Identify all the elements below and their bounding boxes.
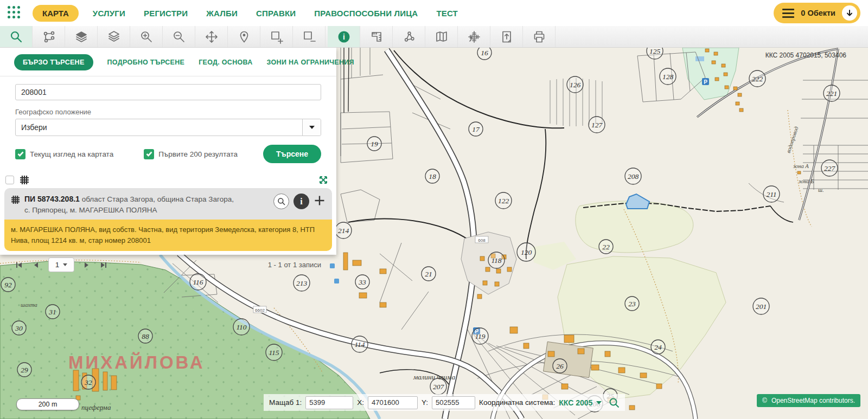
osm-attribution[interactable]: © OpenStreetMap contributors. <box>757 394 860 407</box>
pan-tool-button[interactable] <box>195 26 228 47</box>
search-query-input[interactable] <box>15 84 321 100</box>
parcel-number-213: 213 <box>296 279 308 287</box>
print-icon <box>532 30 546 44</box>
result-description: ПИ 58743.208.1 област Стара Загора, общи… <box>24 194 241 215</box>
app-root: P P 161251261282222211271719182082271222… <box>0 0 868 419</box>
overview-map-tool-button[interactable] <box>425 26 458 47</box>
parcel-number-125: 125 <box>649 48 661 55</box>
result-info-button[interactable]: i <box>293 194 309 209</box>
parcel-number-18: 18 <box>429 172 436 181</box>
menu-icon <box>782 9 794 18</box>
map-label: ш. <box>818 187 824 193</box>
parcel-number-29: 29 <box>21 366 28 374</box>
select-all-checkbox[interactable] <box>5 176 14 184</box>
parcel-number-126: 126 <box>570 81 581 89</box>
layers-filled-icon <box>74 30 88 44</box>
crs-dropdown-caret[interactable] <box>596 401 602 404</box>
first-200-checkbox[interactable] <box>144 149 154 159</box>
geo-select-dropdown-button[interactable] <box>302 119 321 136</box>
tab-detailed-search[interactable]: ПОДРОБНО ТЪРСЕНЕ <box>107 59 185 66</box>
map-label: зона А <box>793 163 809 169</box>
parcel-number-227: 227 <box>824 164 836 172</box>
y-coordinate-input[interactable] <box>432 396 475 409</box>
objects-badge[interactable]: 0 Обекти <box>774 3 860 23</box>
svg-text:i: i <box>343 33 345 41</box>
location-tool-button[interactable] <box>228 26 260 47</box>
export-tool-button[interactable] <box>490 26 523 47</box>
zoom-out-tool-button[interactable] <box>163 26 195 47</box>
add-extent-tool-button[interactable] <box>260 26 293 47</box>
geo-position-select[interactable]: Избери <box>15 119 321 136</box>
nav-item-zhalbi[interactable]: ЖАЛБИ <box>206 9 238 18</box>
expand-results-icon[interactable] <box>319 176 328 184</box>
parcel-number-92: 92 <box>4 281 12 289</box>
nav-item-registri[interactable]: РЕГИСТРИ <box>144 9 188 18</box>
parcel-number-208: 208 <box>628 172 639 181</box>
caret-down-icon <box>309 126 315 129</box>
geo-position-label: Географско положение <box>15 108 321 116</box>
measure-length-tool-button[interactable] <box>360 26 393 47</box>
prev-page-button[interactable] <box>33 261 39 269</box>
print-tool-button[interactable] <box>523 26 556 47</box>
first-page-button[interactable] <box>15 261 23 269</box>
map-icon <box>435 30 449 44</box>
search-icon <box>9 30 23 44</box>
parcel-number-32: 32 <box>84 378 92 386</box>
tab-geodetic-basis[interactable]: ГЕОД. ОСНОВА <box>199 59 252 66</box>
current-view-label: Текущ изглед на картата <box>30 150 113 158</box>
x-coordinate-input[interactable] <box>368 396 418 409</box>
layers-tool-button[interactable] <box>65 26 98 47</box>
coordinate-search-icon[interactable] <box>609 397 620 408</box>
search-tool-button[interactable] <box>0 26 33 47</box>
parcel-number-110: 110 <box>236 323 246 331</box>
map-label: МИХАЙЛОВА <box>68 352 205 372</box>
y-label: Y: <box>422 398 428 407</box>
current-view-checkbox[interactable] <box>15 149 25 159</box>
measure-area-icon <box>402 30 416 44</box>
road-number-text: 608 <box>478 238 486 243</box>
add-result-button[interactable] <box>314 195 326 209</box>
search-button[interactable]: Търсене <box>263 145 321 163</box>
parcel-number-26: 26 <box>556 362 564 370</box>
download-button[interactable] <box>842 5 857 21</box>
parcel-number-128: 128 <box>662 73 674 81</box>
coordinates-tool-button[interactable] <box>458 26 490 47</box>
map-label: шахта <box>21 302 37 308</box>
measure-length-icon <box>369 30 384 44</box>
status-bar: Мащаб 1: X: Y: Координатна система: ККС … <box>264 394 625 411</box>
first-200-label: Първите 200 резултата <box>158 150 238 158</box>
parcel-number-118: 118 <box>491 256 501 265</box>
nav-item-test[interactable]: ТЕСТ <box>436 9 458 18</box>
result-row[interactable]: ПИ 58743.208.1 област Стара Загора, общи… <box>4 188 332 220</box>
nav-item-pravosposobni-litsa[interactable]: ПРАВОСПОСОБНИ ЛИЦА <box>314 9 418 18</box>
pagination: 1 1 - 1 от 1 записи <box>15 257 321 272</box>
info-tool-button[interactable]: i <box>328 26 360 47</box>
parcel-number-88: 88 <box>142 332 149 340</box>
nav-item-spravki[interactable]: СПРАВКИ <box>256 9 296 18</box>
layers-stack-icon <box>107 30 121 44</box>
parcel-number-114: 114 <box>354 340 365 349</box>
tab-quick-search[interactable]: БЪРЗО ТЪРСЕНЕ <box>14 54 93 70</box>
zoom-in-tool-button[interactable] <box>130 26 163 47</box>
map-label: ККС 2005 4702015, 503406 <box>765 51 847 59</box>
layers-stack-tool-button[interactable] <box>98 26 130 47</box>
nav-item-uslugi[interactable]: УСЛУГИ <box>93 9 125 18</box>
scale-input[interactable] <box>305 396 353 409</box>
parcel-number-21: 21 <box>425 270 432 278</box>
top-navigation: КАРТА УСЛУГИ РЕГИСТРИ ЖАЛБИ СПРАВКИ ПРАВ… <box>0 0 868 26</box>
check-icon <box>17 151 24 157</box>
parcel-number-122: 122 <box>498 197 509 205</box>
parcel-number-23: 23 <box>628 300 636 308</box>
tab-restriction-zones[interactable]: ЗОНИ НА ОГРАНИЧЕНИЯ <box>267 59 354 66</box>
subtract-extent-tool-button[interactable] <box>293 26 326 47</box>
nav-item-karta[interactable]: КАРТА <box>33 5 79 22</box>
apps-grid-icon[interactable] <box>8 6 24 20</box>
route-tool-button[interactable] <box>33 26 65 47</box>
zoom-to-result-button[interactable] <box>273 194 289 209</box>
parcel-number-33: 33 <box>358 278 366 286</box>
measure-area-tool-button[interactable] <box>393 26 425 47</box>
page-select[interactable]: 1 <box>48 257 74 272</box>
last-page-button[interactable] <box>100 261 107 269</box>
next-page-button[interactable] <box>84 261 90 269</box>
crs-value[interactable]: ККС 2005 <box>559 398 592 407</box>
